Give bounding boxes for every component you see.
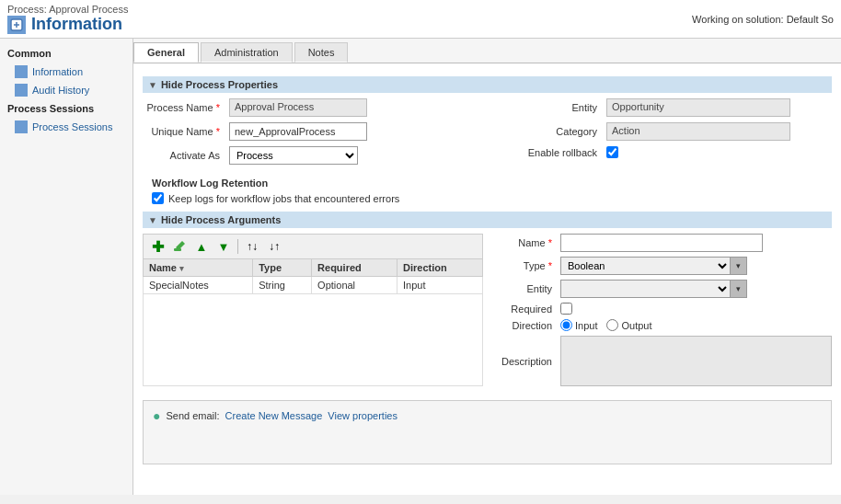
- arg-type-select-wrap: Boolean ▾: [560, 257, 747, 275]
- process-subtitle: Process: Approval Process: [7, 4, 128, 15]
- arg-name-row: Name *: [492, 234, 832, 252]
- step-text: Send email:: [166, 410, 219, 421]
- sidebar-information-label: Information: [32, 66, 83, 77]
- row-direction: Input: [397, 277, 483, 294]
- props-right: Entity Opportunity Category Action Enabl…: [520, 98, 832, 170]
- sidebar-item-information[interactable]: Information: [0, 63, 132, 81]
- process-name-required: *: [216, 102, 220, 113]
- sidebar-process-sessions-title: Process Sessions: [0, 99, 132, 118]
- workflow-log-section: Workflow Log Retention Keep logs for wor…: [152, 178, 832, 204]
- down-btn[interactable]: ▼: [213, 237, 234, 256]
- arg-name-input[interactable]: [560, 234, 763, 252]
- arg-type-dropdown-arrow[interactable]: ▾: [731, 257, 747, 275]
- arg-entity-row: Entity ▾: [492, 280, 832, 298]
- col-type-header[interactable]: Type: [253, 259, 312, 277]
- toggle-icon: ▼: [148, 80, 157, 90]
- workflow-log-title: Workflow Log Retention: [152, 178, 832, 189]
- arg-direction-row: Direction Input Output: [492, 319, 832, 331]
- args-section: ✚ ▲ ▼ ↑↓ ↓↑: [143, 234, 832, 391]
- category-label: Category: [520, 126, 603, 137]
- page-title: Information: [31, 15, 122, 34]
- col-name-header[interactable]: Name ▾: [144, 259, 253, 277]
- sidebar-common-title: Common: [0, 44, 132, 63]
- arg-entity-label: Entity: [492, 283, 557, 294]
- arg-description-row: Description: [492, 336, 832, 386]
- arg-name-label: Name *: [492, 237, 557, 248]
- unique-name-input[interactable]: [229, 122, 367, 141]
- enable-rollback-row: Enable rollback: [520, 146, 832, 158]
- edit-btn[interactable]: [169, 237, 190, 256]
- sidebar-audit-label: Audit History: [32, 85, 89, 96]
- top-bar: Process: Approval Process Information Wo…: [0, 0, 841, 39]
- top-bar-left: Process: Approval Process Information: [7, 4, 128, 34]
- workflow-log-checkbox[interactable]: [152, 192, 164, 204]
- direction-radio-group: Input Output: [560, 319, 652, 331]
- sidebar: Common Information Audit History Process…: [0, 39, 133, 495]
- activate-as-select-wrap: Process: [229, 146, 358, 165]
- content-area: ▼ Hide Process Properties Process Name *…: [133, 63, 841, 472]
- arg-entity-select-wrap: ▾: [560, 280, 747, 298]
- category-value: Action: [606, 122, 790, 141]
- direction-output-radio[interactable]: [606, 319, 618, 331]
- workflow-log-label: Keep logs for workflow jobs that encount…: [168, 193, 399, 204]
- tabs-bar: General Administration Notes: [133, 39, 841, 63]
- sort-desc-btn[interactable]: ↓↑: [264, 237, 284, 256]
- props-left: Process Name * Approval Process Unique N…: [143, 98, 492, 170]
- unique-name-label: Unique Name *: [143, 126, 225, 137]
- step-bullet: ●: [153, 408, 160, 423]
- sidebar-item-process-sessions[interactable]: Process Sessions: [0, 118, 132, 136]
- entity-value: Opportunity: [606, 98, 790, 117]
- tab-general[interactable]: General: [133, 42, 199, 63]
- step-row: ● Send email: Create New Message View pr…: [153, 408, 822, 423]
- hide-process-properties-header[interactable]: ▼ Hide Process Properties: [143, 76, 832, 93]
- sort-asc-btn[interactable]: ↑↓: [242, 237, 262, 256]
- table-row[interactable]: SpecialNotes String Optional Input: [144, 277, 483, 294]
- activate-as-select[interactable]: Process: [229, 146, 358, 165]
- arg-required-label: Required: [492, 304, 557, 315]
- up-btn[interactable]: ▲: [191, 237, 212, 256]
- args-toolbar: ✚ ▲ ▼ ↑↓ ↓↑: [143, 234, 483, 258]
- enable-rollback-checkbox[interactable]: [606, 146, 618, 158]
- tab-notes[interactable]: Notes: [294, 42, 349, 63]
- sidebar-item-audit-history[interactable]: Audit History: [0, 81, 132, 99]
- row-type: String: [253, 277, 312, 294]
- create-new-message-link[interactable]: Create New Message: [225, 410, 323, 421]
- main-layout: Common Information Audit History Process…: [0, 39, 841, 495]
- sessions-icon: [15, 120, 28, 133]
- arg-description-label: Description: [492, 356, 557, 367]
- tab-administration[interactable]: Administration: [201, 42, 293, 63]
- arg-required-row: Required: [492, 303, 832, 315]
- direction-output-label[interactable]: Output: [606, 319, 651, 331]
- col-required-header[interactable]: Required: [312, 259, 397, 277]
- main-content: General Administration Notes ▼ Hide Proc…: [133, 39, 841, 495]
- direction-input-label[interactable]: Input: [560, 319, 597, 331]
- hide-process-properties-label: Hide Process Properties: [161, 79, 278, 90]
- direction-input-radio[interactable]: [560, 319, 572, 331]
- entity-row: Entity Opportunity: [520, 98, 832, 117]
- entity-label: Entity: [520, 102, 603, 113]
- audit-icon: [15, 84, 28, 97]
- arg-required-checkbox[interactable]: [560, 303, 572, 315]
- process-name-label: Process Name *: [143, 102, 225, 113]
- arg-entity-select[interactable]: [560, 280, 731, 298]
- category-row: Category Action: [520, 122, 832, 141]
- row-required: Optional: [312, 277, 397, 294]
- toggle-icon-args: ▼: [148, 215, 157, 225]
- process-name-value: Approval Process: [229, 98, 367, 117]
- process-icon: [7, 16, 26, 34]
- col-direction-header[interactable]: Direction: [397, 259, 483, 277]
- workflow-log-checkbox-row: Keep logs for workflow jobs that encount…: [152, 192, 832, 204]
- activate-as-label: Activate As: [143, 150, 225, 161]
- process-properties-fields: Process Name * Approval Process Unique N…: [143, 98, 832, 170]
- row-name: SpecialNotes: [144, 277, 253, 294]
- add-btn[interactable]: ✚: [147, 237, 167, 256]
- working-on-label: Working on solution: Default So: [692, 14, 834, 25]
- enable-rollback-label: Enable rollback: [520, 147, 603, 158]
- view-properties-link[interactable]: View properties: [328, 410, 397, 421]
- hide-process-arguments-header[interactable]: ▼ Hide Process Arguments: [143, 212, 832, 228]
- bottom-area: ● Send email: Create New Message View pr…: [143, 400, 832, 464]
- args-table: Name ▾ Type Required Direction SpecialNo…: [143, 258, 483, 386]
- arg-type-select[interactable]: Boolean: [560, 257, 731, 275]
- arg-entity-dropdown-arrow[interactable]: ▾: [731, 280, 747, 298]
- arg-description-box: [560, 336, 832, 386]
